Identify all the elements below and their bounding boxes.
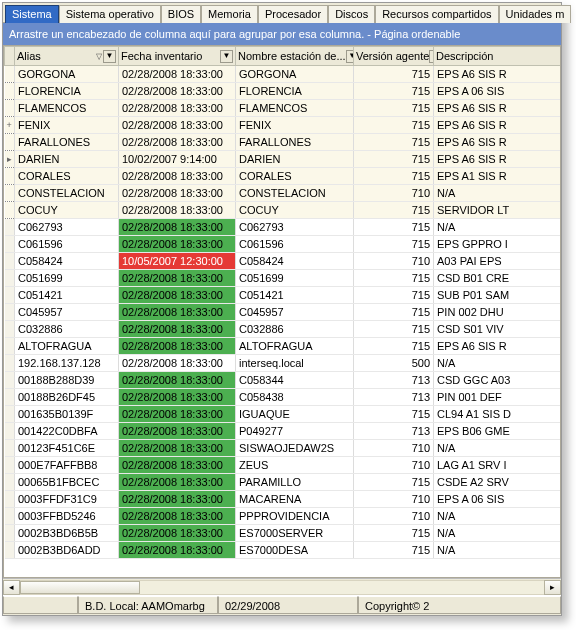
scroll-track[interactable]: [20, 580, 544, 595]
expand-toggle: [5, 525, 15, 542]
cell-desc: EPS A 06 SIS: [434, 83, 562, 100]
expand-toggle[interactable]: ▸: [5, 151, 15, 168]
status-db: B.D. Local: AAMOmarbg: [78, 596, 218, 614]
cell-alias: GORGONA: [15, 66, 119, 83]
scroll-thumb[interactable]: [20, 581, 140, 594]
table-row[interactable]: COCUY02/28/2008 18:33:00COCUY715SERVIDOR…: [5, 202, 562, 219]
cell-fecha: 02/28/2008 18:33:00: [119, 100, 236, 117]
col-header-desc[interactable]: Descripción: [434, 47, 562, 66]
cell-version: 710: [354, 508, 434, 525]
table-row[interactable]: 0002B3BD6ADD02/28/2008 18:33:00ES7000DES…: [5, 542, 562, 559]
table-row[interactable]: 000E7FAFFBB802/28/2008 18:33:00ZEUS710LA…: [5, 457, 562, 474]
table-row[interactable]: ALTOFRAGUA02/28/2008 18:33:00ALTOFRAGUA7…: [5, 338, 562, 355]
cell-alias: C062793: [15, 219, 119, 236]
cell-version: 715: [354, 525, 434, 542]
cell-version: 715: [354, 168, 434, 185]
cell-nombre: C032886: [236, 321, 354, 338]
filter-button[interactable]: ▼: [103, 50, 116, 63]
tab-sistema-operativo[interactable]: Sistema operativo: [59, 5, 161, 23]
cell-fecha: 02/28/2008 18:33:00: [119, 304, 236, 321]
table-row[interactable]: +FENIX02/28/2008 18:33:00FENIX715EPS A6 …: [5, 117, 562, 134]
scroll-right-button[interactable]: ▸: [544, 580, 561, 595]
table-row[interactable]: C05169902/28/2008 18:33:00C051699715CSD …: [5, 270, 562, 287]
cell-alias: ALTOFRAGUA: [15, 338, 119, 355]
expand-toggle: [5, 457, 15, 474]
cell-version: 715: [354, 321, 434, 338]
col-header-alias[interactable]: Alias ▽▼: [15, 47, 119, 66]
cell-fecha: 02/28/2008 18:33:00: [119, 168, 236, 185]
table-row[interactable]: C03288602/28/2008 18:33:00C032886715CSD …: [5, 321, 562, 338]
cell-version: 715: [354, 219, 434, 236]
cell-fecha: 10/05/2007 12:30:00: [119, 253, 236, 270]
col-header-nombre[interactable]: Nombre estación de...▼: [236, 47, 354, 66]
cell-version: 710: [354, 185, 434, 202]
table-row[interactable]: 00065B1FBCEC02/28/2008 18:33:00PARAMILLO…: [5, 474, 562, 491]
cell-nombre: FLORENCIA: [236, 83, 354, 100]
table-row[interactable]: 0003FFBD524602/28/2008 18:33:00PPPROVIDE…: [5, 508, 562, 525]
filter-button[interactable]: ▼: [220, 50, 233, 63]
tab-recursos-compartidos[interactable]: Recursos compartidos: [375, 5, 498, 23]
cell-alias: 001635B0139F: [15, 406, 119, 423]
h-scrollbar[interactable]: ◂ ▸: [3, 578, 561, 595]
expand-toggle: [5, 185, 15, 202]
table-row[interactable]: C05842410/05/2007 12:30:00C058424710A03 …: [5, 253, 562, 270]
sort-icon: ▽: [96, 52, 102, 61]
filter-button[interactable]: ▼: [346, 50, 354, 63]
table-row[interactable]: 00188B26DF4502/28/2008 18:33:00C05843871…: [5, 389, 562, 406]
scroll-left-button[interactable]: ◂: [3, 580, 20, 595]
cell-alias: 0003FFDF31C9: [15, 491, 119, 508]
table-row[interactable]: 00123F451C6E02/28/2008 18:33:00SISWAOJED…: [5, 440, 562, 457]
cell-version: 715: [354, 474, 434, 491]
table-row[interactable]: GORGONA02/28/2008 18:33:00GORGONA715EPS …: [5, 66, 562, 83]
col-header-fecha[interactable]: Fecha inventario▼: [119, 47, 236, 66]
table-row[interactable]: C06279302/28/2008 18:33:00C062793715N/A: [5, 219, 562, 236]
tab-memoria[interactable]: Memoria: [201, 5, 258, 23]
table-row[interactable]: 192.168.137.12802/28/2008 18:33:00inters…: [5, 355, 562, 372]
tab-procesador[interactable]: Procesador: [258, 5, 328, 23]
status-empty: [3, 596, 78, 614]
table-row[interactable]: FLAMENCOS02/28/2008 18:33:00FLAMENCOS715…: [5, 100, 562, 117]
cell-alias: COCUY: [15, 202, 119, 219]
table-row[interactable]: FLORENCIA02/28/2008 18:33:00FLORENCIA715…: [5, 83, 562, 100]
cell-fecha: 02/28/2008 18:33:00: [119, 406, 236, 423]
cell-alias: FENIX: [15, 117, 119, 134]
expand-header: [5, 47, 15, 66]
cell-alias: 00123F451C6E: [15, 440, 119, 457]
expand-toggle: [5, 491, 15, 508]
tab-discos[interactable]: Discos: [328, 5, 375, 23]
table-row[interactable]: C04595702/28/2008 18:33:00C045957715PIN …: [5, 304, 562, 321]
table-row[interactable]: C06159602/28/2008 18:33:00C061596715EPS …: [5, 236, 562, 253]
table-row[interactable]: 0003FFDF31C902/28/2008 18:33:00MACARENA7…: [5, 491, 562, 508]
expand-toggle: [5, 321, 15, 338]
tab-unidades-m[interactable]: Unidades m: [499, 5, 572, 23]
table-row[interactable]: 0002B3BD6B5B02/28/2008 18:33:00ES7000SER…: [5, 525, 562, 542]
expand-toggle: [5, 423, 15, 440]
cell-alias: 00065B1FBCEC: [15, 474, 119, 491]
data-grid: Alias ▽▼ Fecha inventario▼ Nombre estaci…: [3, 45, 561, 578]
table-row[interactable]: 001422C0DBFA02/28/2008 18:33:00P04927771…: [5, 423, 562, 440]
cell-alias: FLORENCIA: [15, 83, 119, 100]
app-window: SistemaSistema operativoBIOSMemoriaProce…: [2, 2, 562, 616]
cell-nombre: CORALES: [236, 168, 354, 185]
cell-version: 710: [354, 491, 434, 508]
tab-sistema[interactable]: Sistema: [5, 5, 59, 23]
table-row[interactable]: 001635B0139F02/28/2008 18:33:00IGUAQUE71…: [5, 406, 562, 423]
cell-nombre: SISWAOJEDAW2S: [236, 440, 354, 457]
table-row[interactable]: CORALES02/28/2008 18:33:00CORALES715EPS …: [5, 168, 562, 185]
table-row[interactable]: C05142102/28/2008 18:33:00C051421715SUB …: [5, 287, 562, 304]
cell-nombre: ZEUS: [236, 457, 354, 474]
cell-fecha: 02/28/2008 18:33:00: [119, 389, 236, 406]
table-row[interactable]: FARALLONES02/28/2008 18:33:00FARALLONES7…: [5, 134, 562, 151]
expand-toggle[interactable]: +: [5, 117, 15, 134]
table-row[interactable]: 00188B288D3902/28/2008 18:33:00C05834471…: [5, 372, 562, 389]
table-row[interactable]: CONSTELACION02/28/2008 18:33:00CONSTELAC…: [5, 185, 562, 202]
cell-fecha: 02/28/2008 18:33:00: [119, 491, 236, 508]
table-row[interactable]: ▸DARIEN10/02/2007 9:14:00DARIEN715EPS A6…: [5, 151, 562, 168]
col-label: Descripción: [436, 50, 493, 62]
group-by-bar[interactable]: Arrastre un encabezado de columna aquí p…: [3, 23, 561, 45]
expand-toggle: [5, 508, 15, 525]
col-header-version[interactable]: Versión agente▼: [354, 47, 434, 66]
tab-bios[interactable]: BIOS: [161, 5, 201, 23]
cell-fecha: 02/28/2008 18:33:00: [119, 525, 236, 542]
expand-toggle: [5, 406, 15, 423]
